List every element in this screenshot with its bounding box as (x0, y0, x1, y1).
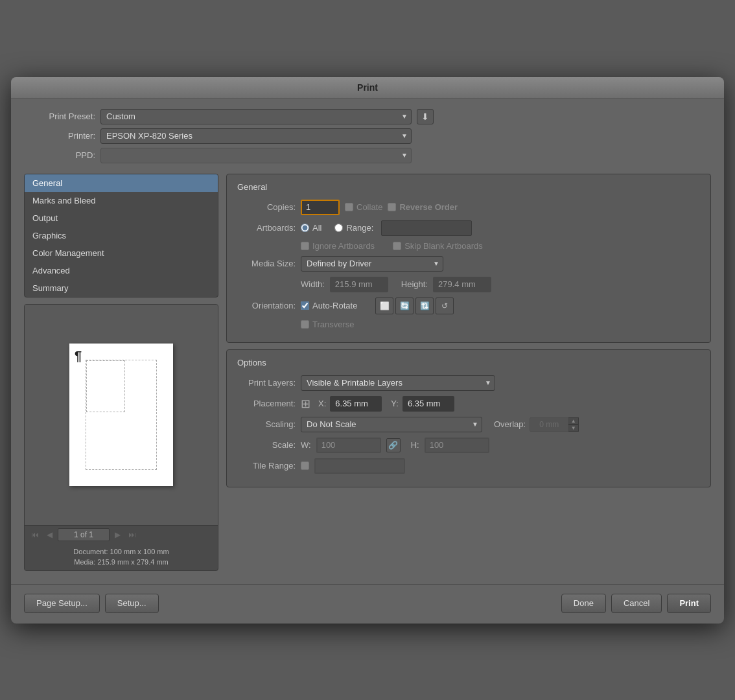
artboards-range-label[interactable]: Range: (334, 223, 373, 233)
artboards-range-radio[interactable] (334, 224, 343, 232)
media-size-select[interactable]: Defined by Driver (301, 256, 443, 272)
copies-input[interactable] (301, 200, 340, 215)
options-section-title: Options (237, 358, 700, 368)
skip-blank-checkbox[interactable] (393, 242, 401, 250)
top-section: Print Preset: Custom ▼ ⬇ Printer: EPSON … (24, 109, 711, 163)
artboards-all-label[interactable]: All (301, 223, 321, 233)
artboards-label: Artboards: (237, 223, 296, 233)
orient-landscape-flip-button[interactable]: ↺ (436, 298, 454, 314)
skip-blank-text: Skip Blank Artboards (404, 241, 483, 251)
printer-label: Printer: (24, 131, 95, 141)
print-preset-select-wrap: Custom ▼ (100, 109, 412, 124)
scaling-row: Scaling: Do Not Scale ▼ Overlap: (237, 417, 700, 432)
auto-rotate-label[interactable]: Auto-Rotate (301, 301, 357, 310)
tile-range-checkbox[interactable] (301, 461, 309, 470)
media-size-row: Media Size: Defined by Driver ▼ (237, 256, 700, 272)
artboards-row: Artboards: All Range: (237, 220, 700, 236)
nav-item-general[interactable]: General (25, 174, 218, 192)
orient-portrait-button[interactable]: ⬜ (375, 298, 393, 314)
transverse-row: Transverse (237, 320, 700, 329)
all-label: All (312, 223, 321, 233)
range-input[interactable] (381, 220, 472, 236)
ignore-artboards-checkbox[interactable] (301, 242, 309, 250)
print-layers-row: Print Layers: Visible & Printable Layers… (237, 375, 700, 391)
nav-item-summary[interactable]: Summary (25, 279, 218, 297)
media-size-label: Media Size: (237, 259, 296, 268)
overlap-input[interactable] (530, 417, 568, 432)
print-button[interactable]: Print (667, 594, 711, 613)
left-panel: General Marks and Bleed Output Graphics … (24, 174, 218, 571)
overlap-decrement-button[interactable]: ▼ (568, 425, 579, 432)
collate-checkbox[interactable] (345, 203, 353, 211)
ppd-label: PPD: (24, 150, 95, 160)
y-input[interactable] (402, 396, 454, 412)
media-size-select-wrap: Defined by Driver ▼ (301, 256, 443, 272)
prev-page-button[interactable]: ◀ (44, 529, 55, 541)
w-input[interactable] (316, 438, 381, 453)
print-layers-label: Print Layers: (237, 378, 296, 388)
footer-right: Done Cancel Print (561, 594, 711, 613)
orient-portrait-flip-button[interactable]: 🔃 (415, 298, 434, 314)
printer-select[interactable]: EPSON XP-820 Series (100, 128, 412, 144)
footer-left: Page Setup... Setup... (24, 594, 159, 613)
nav-item-output[interactable]: Output (25, 209, 218, 227)
width-input[interactable] (330, 277, 388, 292)
cancel-button[interactable]: Cancel (611, 594, 662, 613)
overlap-increment-button[interactable]: ▲ (568, 417, 579, 425)
ppd-select[interactable] (100, 148, 412, 163)
reverse-order-checkbox[interactable] (388, 203, 396, 211)
link-icon: 🔗 (386, 438, 401, 452)
skip-blank-label: Skip Blank Artboards (393, 241, 483, 251)
tile-range-input[interactable] (314, 458, 405, 474)
done-button[interactable]: Done (561, 594, 606, 613)
overlap-spinner-btns: ▲ ▼ (568, 417, 579, 432)
placement-row: Placement: ⊞ X: Y: (237, 396, 700, 412)
x-label: X: (318, 399, 326, 408)
page-setup-button[interactable]: Page Setup... (24, 594, 100, 613)
main-content: General Marks and Bleed Output Graphics … (24, 174, 711, 571)
placement-label: Placement: (237, 399, 296, 408)
nav-item-graphics[interactable]: Graphics (25, 227, 218, 244)
auto-rotate-text: Auto-Rotate (312, 301, 357, 310)
ignore-artboards-text: Ignore Artboards (312, 241, 375, 251)
ppd-select-wrap: ▼ (100, 148, 412, 163)
dimensions-row: Width: Height: (237, 277, 700, 292)
tile-range-checkbox-label (301, 461, 309, 470)
next-page-button[interactable]: ▶ (112, 529, 123, 541)
last-page-button[interactable]: ⏭ (126, 529, 139, 541)
scale-row: Scale: W: 🔗 H: (237, 438, 700, 453)
setup-button[interactable]: Setup... (105, 594, 159, 613)
scaling-label: Scaling: (237, 419, 296, 429)
doc-info: Document: 100 mm x 100 mm (30, 546, 213, 557)
transverse-checkbox[interactable] (301, 320, 309, 329)
preview-canvas: ¶ (25, 305, 218, 525)
scaling-select[interactable]: Do Not Scale (301, 417, 482, 432)
print-dialog: Print Print Preset: Custom ▼ ⬇ Printer: (11, 77, 724, 624)
ignore-artboards-label: Ignore Artboards (301, 241, 375, 251)
print-layers-select[interactable]: Visible & Printable Layers (301, 375, 495, 391)
right-panel: General Copies: Collate Reverse Order (226, 174, 711, 571)
print-preset-select[interactable]: Custom (100, 109, 412, 124)
transverse-label: Transverse (301, 320, 355, 329)
w-label: W: (301, 440, 311, 450)
page-number-input[interactable] (58, 528, 110, 541)
auto-rotate-checkbox[interactable] (301, 301, 309, 310)
nav-item-advanced[interactable]: Advanced (25, 262, 218, 279)
first-page-button[interactable]: ⏮ (29, 529, 41, 541)
h-input[interactable] (425, 438, 489, 453)
reverse-order-label: Reverse Order (399, 202, 458, 212)
orient-landscape-button[interactable]: 🔄 (395, 298, 414, 314)
print-preset-label: Print Preset: (24, 111, 95, 121)
height-input[interactable] (433, 277, 491, 292)
placement-icon: ⊞ (301, 397, 310, 411)
nav-item-marks-bleed[interactable]: Marks and Bleed (25, 192, 218, 209)
reverse-order-checkbox-label: Reverse Order (388, 202, 458, 212)
save-preset-button[interactable]: ⬇ (417, 109, 434, 124)
page-preview: ¶ (69, 344, 173, 486)
ppd-row: PPD: ▼ (24, 148, 711, 163)
artboards-all-radio[interactable] (301, 224, 309, 232)
nav-item-color-management[interactable]: Color Management (25, 244, 218, 262)
y-label: Y: (391, 399, 399, 408)
preview-info: Document: 100 mm x 100 mm Media: 215.9 m… (25, 544, 218, 570)
x-input[interactable] (330, 396, 382, 412)
